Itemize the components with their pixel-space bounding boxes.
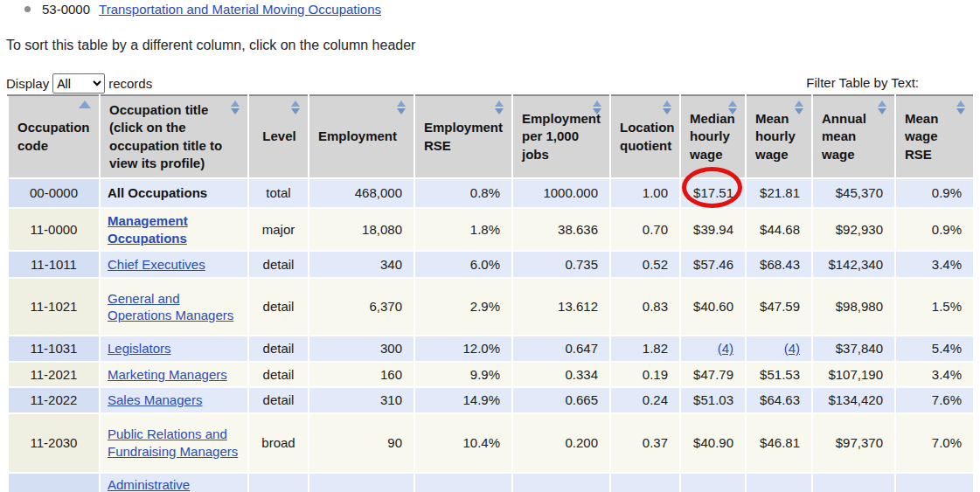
column-header-mean-wage-rse[interactable]: Mean wage RSE xyxy=(895,95,974,178)
cell-mean-wage-rse: 0.9% xyxy=(895,178,974,208)
cell-location-quotient: 0.24 xyxy=(610,387,680,413)
cell-annual-mean-wage: $142,340 xyxy=(812,251,895,278)
column-header-label: Employment per 1,000 jobs xyxy=(522,111,601,162)
cell-employment-per-1000: 38.636 xyxy=(512,208,610,251)
column-header-occupation-title[interactable]: Occupation title (click on the occupatio… xyxy=(100,95,248,178)
cell-mean-wage-rse: 7.6% xyxy=(895,387,974,413)
cell-occupation-code: 11-1011 xyxy=(8,251,100,278)
column-header-employment-rse[interactable]: Employment RSE xyxy=(414,95,512,178)
sort-both-icon xyxy=(397,100,406,114)
cell-employment-rse: 10.4% xyxy=(414,413,512,473)
sort-both-icon xyxy=(728,100,737,114)
cell-mean-wage-rse: 3.4% xyxy=(895,251,974,278)
cell-mean-hourly-wage: $44.08 xyxy=(746,473,812,492)
cell-location-quotient: 1.82 xyxy=(610,336,680,362)
table-row: 11-2030Public Relations and Fundraising … xyxy=(8,413,974,473)
display-records-select[interactable]: All xyxy=(52,73,105,94)
cell-annual-mean-wage: $97,370 xyxy=(812,413,895,473)
column-header-label: Mean wage RSE xyxy=(905,111,938,162)
column-header-label: Occupation code xyxy=(17,120,90,152)
sort-both-icon xyxy=(956,100,965,114)
column-header-median-hourly-wage[interactable]: Median hourly wage xyxy=(680,95,746,178)
table-row: 11-1011Chief Executivesdetail3406.0%0.73… xyxy=(8,251,974,278)
cell-occupation-code: 00-0000 xyxy=(8,178,100,208)
occupation-title-link[interactable]: General and Operations Managers xyxy=(108,291,233,323)
cell-employment: 18,080 xyxy=(309,208,414,251)
cell-location-quotient: 1.00 xyxy=(610,178,680,208)
cell-mean-hourly-wage: (4) xyxy=(746,336,812,362)
column-header-label: Level xyxy=(262,128,295,143)
occupation-title-link[interactable]: Marketing Managers xyxy=(108,367,227,382)
cell-annual-mean-wage: $98,980 xyxy=(812,278,895,336)
sort-both-icon xyxy=(878,100,886,114)
cell-mean-wage-rse: 0.9% xyxy=(895,208,974,251)
column-header-location-quotient[interactable]: Location quotient xyxy=(610,95,680,178)
cell-annual-mean-wage: $107,190 xyxy=(812,362,895,388)
occupation-title-link[interactable]: Public Relations and Fundraising Manager… xyxy=(108,426,238,459)
column-header-occupation-code[interactable]: Occupation code xyxy=(8,95,100,178)
table-row: 11-0000Management Occupationsmajor18,080… xyxy=(8,208,974,251)
cell-mean-wage-rse: 7.0% xyxy=(895,413,974,473)
occupation-title-link[interactable]: Chief Executives xyxy=(108,257,205,272)
cell-location-quotient: 0.19 xyxy=(610,362,680,388)
cell-mean-wage-rse: 3.4% xyxy=(895,362,974,388)
column-header-employment-per-1000[interactable]: Employment per 1,000 jobs xyxy=(512,95,610,178)
cell-annual-mean-wage: $37,840 xyxy=(812,336,895,362)
cell-employment-rse: 12.0% xyxy=(414,336,512,362)
cell-mean-hourly-wage: $21.81 xyxy=(746,178,812,208)
display-records-controls: Display All records xyxy=(6,73,152,94)
cell-occupation-code: 11-3010 xyxy=(8,473,100,492)
cell-occupation-code: 11-0000 xyxy=(8,208,100,251)
cell-occupation-title: Public Relations and Fundraising Manager… xyxy=(100,413,248,473)
cell-employment-rse: 0.8% xyxy=(414,178,512,208)
cell-location-quotient: 0.83 xyxy=(610,278,680,336)
cell-mean-wage-rse: 2.7% xyxy=(895,473,974,492)
column-header-label: Employment xyxy=(318,128,397,143)
occupation-title-link[interactable]: Sales Managers xyxy=(108,392,202,407)
cell-employment: 310 xyxy=(309,387,414,413)
occupation-title-link[interactable]: Administrative Services and xyxy=(108,477,190,492)
table-row: 11-3010Administrative Services andbroad2… xyxy=(8,473,974,492)
cell-mean-hourly-wage: $47.59 xyxy=(746,278,812,336)
footnote-link[interactable]: (4) xyxy=(718,341,733,356)
sort-both-icon xyxy=(795,100,803,114)
cell-mean-hourly-wage: $44.68 xyxy=(746,208,812,251)
column-header-label: Mean hourly wage xyxy=(755,111,796,162)
occupation-group-link[interactable]: Transportation and Material Moving Occup… xyxy=(99,2,381,17)
column-header-annual-mean-wage[interactable]: Annual mean wage xyxy=(812,95,895,178)
cell-annual-mean-wage: $92,930 xyxy=(812,208,895,251)
cell-median-hourly-wage: $57.46 xyxy=(680,251,746,278)
occupation-title-link[interactable]: Management Occupations xyxy=(108,213,188,246)
cell-level: total xyxy=(248,178,309,208)
table-row: 11-2022Sales Managersdetail31014.9%0.665… xyxy=(8,387,974,413)
cell-employment-rse: 9.9% xyxy=(414,362,512,388)
occupation-list-item: 53-0000 Transportation and Material Movi… xyxy=(24,2,381,17)
cell-employment-per-1000: 0.735 xyxy=(512,251,610,278)
table-row: 11-1031Legislatorsdetail30012.0%0.6471.8… xyxy=(8,336,974,362)
cell-occupation-title: Chief Executives xyxy=(100,251,248,278)
display-label: Display xyxy=(6,76,49,91)
column-header-mean-hourly-wage[interactable]: Mean hourly wage xyxy=(746,95,812,178)
cell-employment: 340 xyxy=(309,251,414,278)
table-row: 00-0000All Occupationstotal468,0000.8%10… xyxy=(8,178,974,208)
cell-median-hourly-wage: $17.51 xyxy=(680,178,746,208)
column-header-employment[interactable]: Employment xyxy=(309,95,414,178)
cell-occupation-code: 11-2022 xyxy=(8,387,100,413)
table-header-row: Occupation code Occupation title (click … xyxy=(8,95,974,178)
column-header-label: Location quotient xyxy=(620,120,675,152)
sort-hint-text: To sort this table by a different column… xyxy=(6,38,415,53)
page: 53-0000 Transportation and Material Movi… xyxy=(0,0,980,492)
cell-occupation-title: Marketing Managers xyxy=(100,362,248,388)
sort-ascending-icon xyxy=(79,100,91,108)
cell-occupation-code: 11-1021 xyxy=(8,278,100,336)
occupation-title-link[interactable]: Legislators xyxy=(108,341,171,356)
column-header-level[interactable]: Level xyxy=(248,95,309,178)
cell-occupation-title: All Occupations xyxy=(100,178,248,208)
sort-both-icon xyxy=(663,100,671,114)
cell-employment-per-1000: 0.334 xyxy=(512,362,610,388)
cell-annual-mean-wage: $45,370 xyxy=(812,178,895,208)
footnote-link[interactable]: (4) xyxy=(784,341,800,356)
cell-mean-wage-rse: 1.5% xyxy=(895,278,974,336)
cell-location-quotient: 0.52 xyxy=(610,251,680,278)
sort-both-icon xyxy=(593,100,601,114)
